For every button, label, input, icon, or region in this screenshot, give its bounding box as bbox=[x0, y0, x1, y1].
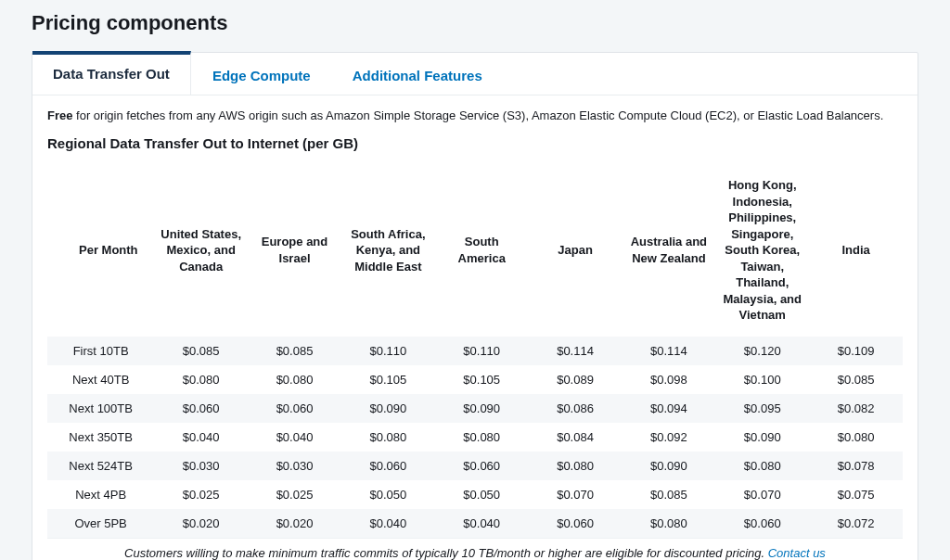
table-header-cell: South Africa, Kenya, and Middle East bbox=[341, 168, 435, 337]
price-cell: $0.109 bbox=[809, 337, 903, 365]
price-cell: $0.120 bbox=[715, 337, 809, 365]
price-cell: $0.060 bbox=[529, 509, 623, 539]
price-cell: $0.095 bbox=[715, 394, 809, 423]
price-cell: $0.030 bbox=[248, 452, 341, 480]
price-cell: $0.060 bbox=[154, 394, 248, 423]
price-cell: $0.085 bbox=[809, 365, 903, 394]
page-title: Pricing components bbox=[32, 11, 918, 35]
contact-us-link[interactable]: Contact us bbox=[768, 546, 826, 560]
price-cell: $0.105 bbox=[341, 365, 435, 394]
price-cell: $0.080 bbox=[154, 365, 248, 394]
tier-cell: Next 4PB bbox=[47, 480, 154, 509]
table-row: Over 5PB$0.020$0.020$0.040$0.040$0.060$0… bbox=[47, 509, 903, 539]
price-cell: $0.080 bbox=[248, 365, 341, 394]
tier-cell: Next 524TB bbox=[47, 452, 154, 480]
price-cell: $0.080 bbox=[715, 452, 809, 480]
tier-cell: Next 40TB bbox=[47, 365, 154, 394]
table-header-cell: Europe and Israel bbox=[248, 168, 341, 337]
price-cell: $0.082 bbox=[809, 394, 903, 423]
price-cell: $0.090 bbox=[341, 394, 435, 423]
price-cell: $0.092 bbox=[622, 423, 715, 452]
tier-cell: First 10TB bbox=[47, 337, 154, 365]
table-row: Next 524TB$0.030$0.030$0.060$0.060$0.080… bbox=[47, 452, 903, 480]
price-cell: $0.025 bbox=[154, 480, 248, 509]
price-cell: $0.050 bbox=[341, 480, 435, 509]
price-cell: $0.085 bbox=[248, 337, 341, 365]
table-title: Regional Data Transfer Out to Internet (… bbox=[47, 135, 903, 151]
price-cell: $0.040 bbox=[154, 423, 248, 452]
free-text: for origin fetches from any AWS origin s… bbox=[72, 108, 883, 122]
price-cell: $0.089 bbox=[529, 365, 623, 394]
price-cell: $0.090 bbox=[622, 452, 715, 480]
table-row: Next 40TB$0.080$0.080$0.105$0.105$0.089$… bbox=[47, 365, 903, 394]
price-cell: $0.040 bbox=[341, 509, 435, 539]
table-body: First 10TB$0.085$0.085$0.110$0.110$0.114… bbox=[47, 337, 903, 539]
price-cell: $0.085 bbox=[154, 337, 248, 365]
free-label: Free bbox=[47, 108, 72, 122]
price-cell: $0.110 bbox=[341, 337, 435, 365]
price-cell: $0.075 bbox=[809, 480, 903, 509]
free-tier-note: Free for origin fetches from any AWS ori… bbox=[47, 108, 903, 122]
price-cell: $0.060 bbox=[341, 452, 435, 480]
price-cell: $0.060 bbox=[715, 509, 809, 539]
price-cell: $0.070 bbox=[529, 480, 623, 509]
table-header-cell: Japan bbox=[529, 168, 623, 337]
table-footnote-row: Customers willing to make minimum traffi… bbox=[47, 538, 903, 560]
table-header-cell: South America bbox=[435, 168, 529, 337]
price-cell: $0.040 bbox=[248, 423, 341, 452]
tab-panel-data-transfer-out: Free for origin fetches from any AWS ori… bbox=[32, 95, 918, 560]
price-cell: $0.114 bbox=[529, 337, 623, 365]
tabs: Data Transfer OutEdge ComputeAdditional … bbox=[32, 53, 918, 95]
price-cell: $0.090 bbox=[435, 394, 529, 423]
table-row: Next 350TB$0.040$0.040$0.080$0.080$0.084… bbox=[47, 423, 903, 452]
price-cell: $0.080 bbox=[622, 509, 715, 539]
table-row: Next 100TB$0.060$0.060$0.090$0.090$0.086… bbox=[47, 394, 903, 423]
table-row: Next 4PB$0.025$0.025$0.050$0.050$0.070$0… bbox=[47, 480, 903, 509]
price-cell: $0.060 bbox=[248, 394, 341, 423]
price-cell: $0.060 bbox=[435, 452, 529, 480]
price-cell: $0.080 bbox=[529, 452, 623, 480]
price-cell: $0.114 bbox=[622, 337, 715, 365]
table-header-cell: United States, Mexico, and Canada bbox=[154, 168, 248, 337]
price-cell: $0.080 bbox=[435, 423, 529, 452]
tier-cell: Next 350TB bbox=[47, 423, 154, 452]
price-cell: $0.078 bbox=[809, 452, 903, 480]
price-cell: $0.025 bbox=[248, 480, 341, 509]
tab-additional-features[interactable]: Additional Features bbox=[331, 53, 503, 95]
tab-data-transfer-out[interactable]: Data Transfer Out bbox=[32, 51, 191, 95]
table-header-cell: Per Month bbox=[47, 168, 154, 337]
price-cell: $0.086 bbox=[529, 394, 623, 423]
price-cell: $0.100 bbox=[715, 365, 809, 394]
tab-edge-compute[interactable]: Edge Compute bbox=[191, 53, 331, 95]
price-cell: $0.105 bbox=[435, 365, 529, 394]
table-header-cell: Australia and New Zealand bbox=[622, 168, 715, 337]
price-cell: $0.040 bbox=[435, 509, 529, 539]
table-row: First 10TB$0.085$0.085$0.110$0.110$0.114… bbox=[47, 337, 903, 365]
table-header-row: Per MonthUnited States, Mexico, and Cana… bbox=[47, 168, 903, 337]
pricing-tabset: Data Transfer OutEdge ComputeAdditional … bbox=[32, 52, 918, 560]
pricing-table: Per MonthUnited States, Mexico, and Cana… bbox=[47, 168, 903, 560]
price-cell: $0.080 bbox=[809, 423, 903, 452]
price-cell: $0.084 bbox=[529, 423, 623, 452]
footnote-text: Customers willing to make minimum traffi… bbox=[124, 546, 768, 560]
price-cell: $0.090 bbox=[715, 423, 809, 452]
price-cell: $0.030 bbox=[154, 452, 248, 480]
price-cell: $0.085 bbox=[622, 480, 715, 509]
price-cell: $0.080 bbox=[341, 423, 435, 452]
price-cell: $0.070 bbox=[715, 480, 809, 509]
price-cell: $0.050 bbox=[435, 480, 529, 509]
price-cell: $0.020 bbox=[154, 509, 248, 539]
price-cell: $0.098 bbox=[622, 365, 715, 394]
price-cell: $0.020 bbox=[248, 509, 341, 539]
price-cell: $0.094 bbox=[622, 394, 715, 423]
table-header-cell: India bbox=[809, 168, 903, 337]
tier-cell: Over 5PB bbox=[47, 509, 154, 539]
table-header-cell: Hong Kong, Indonesia, Philippines, Singa… bbox=[715, 168, 809, 337]
tier-cell: Next 100TB bbox=[47, 394, 154, 423]
price-cell: $0.110 bbox=[435, 337, 529, 365]
price-cell: $0.072 bbox=[809, 509, 903, 539]
